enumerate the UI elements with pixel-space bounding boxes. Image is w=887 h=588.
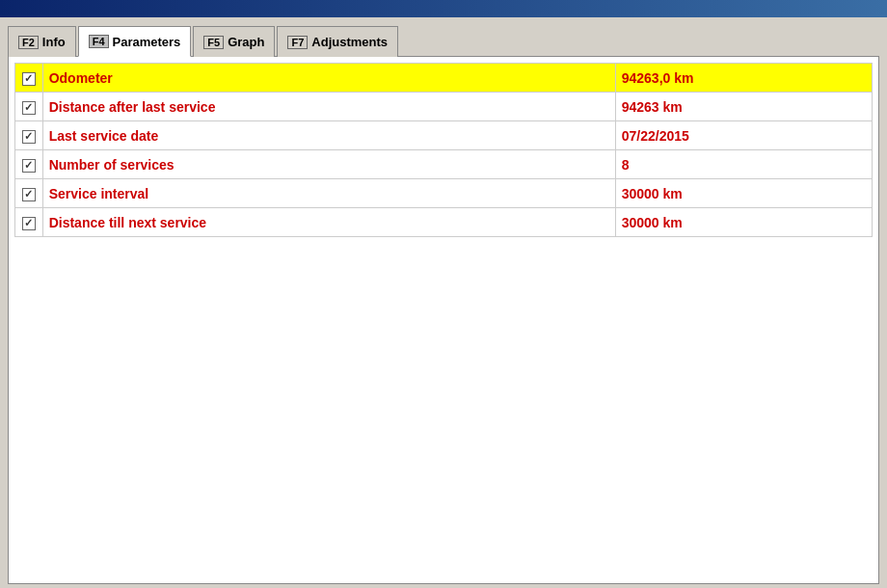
- table-row: ✓Number of services8: [15, 150, 873, 179]
- row-checkbox-cell[interactable]: ✓: [15, 150, 43, 179]
- row-value: 30000 km: [615, 179, 872, 208]
- row-label: Distance till next service: [42, 208, 615, 237]
- table-row: ✓Odometer94263,0 km: [15, 64, 873, 93]
- tab-label: Parameters: [113, 35, 181, 49]
- row-label: Distance after last service: [42, 93, 615, 121]
- checkbox-icon[interactable]: ✓: [22, 159, 36, 173]
- row-label: Last service date: [42, 121, 615, 150]
- table-row: ✓Last service date07/22/2015: [15, 121, 873, 150]
- row-label: Odometer: [42, 64, 615, 93]
- row-value: 30000 km: [615, 208, 872, 237]
- tab-key-f7: F7: [287, 36, 308, 49]
- tab-label: Adjustments: [311, 35, 388, 49]
- row-checkbox-cell[interactable]: ✓: [15, 121, 43, 150]
- row-checkbox-cell[interactable]: ✓: [15, 179, 43, 208]
- checkbox-icon[interactable]: ✓: [22, 72, 36, 86]
- row-label: Number of services: [42, 150, 615, 179]
- tabs-bar: F2InfoF4ParametersF5GraphF7Adjustments: [4, 21, 883, 56]
- row-checkbox-cell[interactable]: ✓: [15, 64, 43, 93]
- row-value: 94263,0 km: [615, 64, 872, 93]
- tab-label: Graph: [228, 35, 264, 49]
- tab-key-f2: F2: [18, 36, 39, 49]
- table-row: ✓Service interval30000 km: [15, 179, 873, 208]
- content-area: ✓Odometer94263,0 km✓Distance after last …: [8, 56, 879, 584]
- tab-parameters[interactable]: F4Parameters: [78, 26, 192, 57]
- checkbox-icon[interactable]: ✓: [22, 188, 36, 201]
- checkbox-icon[interactable]: ✓: [22, 217, 36, 230]
- data-table: ✓Odometer94263,0 km✓Distance after last …: [14, 63, 873, 237]
- checkbox-icon[interactable]: ✓: [22, 101, 36, 115]
- table-row: ✓Distance till next service30000 km: [15, 208, 873, 237]
- checkbox-icon[interactable]: ✓: [22, 130, 36, 144]
- tab-info[interactable]: F2Info: [8, 26, 76, 57]
- tab-label: Info: [42, 35, 66, 49]
- row-label: Service interval: [42, 179, 615, 208]
- row-checkbox-cell[interactable]: ✓: [15, 208, 43, 237]
- tab-key-f5: F5: [203, 36, 224, 49]
- tab-key-f4: F4: [89, 35, 109, 48]
- title-bar: [0, 0, 887, 17]
- tab-graph[interactable]: F5Graph: [193, 26, 275, 57]
- tab-adjustments[interactable]: F7Adjustments: [277, 26, 398, 57]
- row-checkbox-cell[interactable]: ✓: [15, 93, 43, 121]
- table-row: ✓Distance after last service94263 km: [15, 93, 873, 121]
- row-value: 94263 km: [615, 93, 872, 121]
- row-value: 07/22/2015: [615, 121, 872, 150]
- row-value: 8: [615, 150, 872, 179]
